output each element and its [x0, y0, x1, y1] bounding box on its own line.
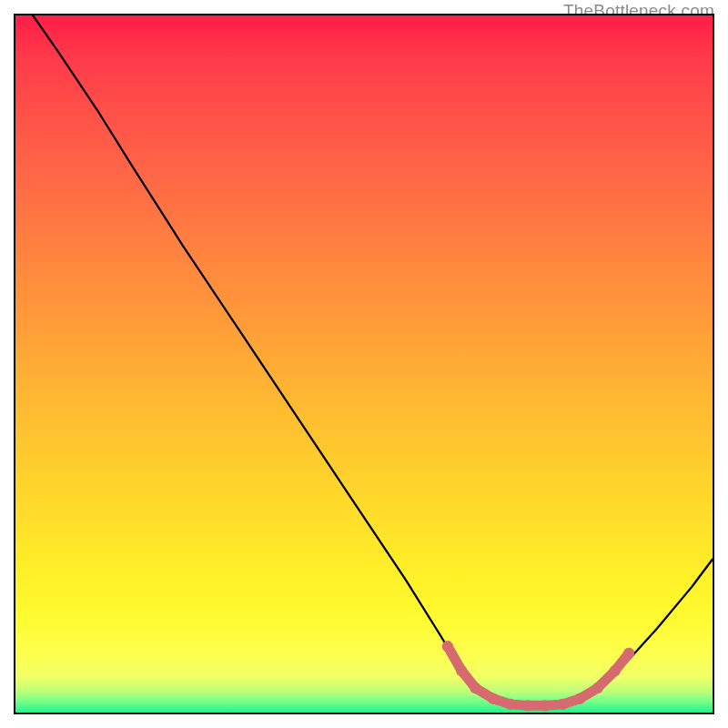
- overlay-dot: [456, 665, 467, 676]
- plot-area: [14, 14, 714, 714]
- overlay-dot: [470, 682, 480, 693]
- overlay-dot: [574, 693, 585, 704]
- overlay-dot: [557, 699, 568, 710]
- chart-frame: TheBottleneck.com: [14, 14, 714, 714]
- curve-layer: [15, 15, 713, 713]
- curve-group: [33, 15, 713, 712]
- main-curve: [33, 15, 713, 705]
- overlay-dot: [505, 699, 516, 710]
- overlay-dot: [592, 682, 602, 693]
- overlay-segment: [448, 646, 629, 705]
- overlay-dot: [522, 700, 533, 711]
- overlay-dot: [488, 693, 499, 704]
- overlay-dot: [610, 665, 621, 676]
- overlay-dot: [442, 641, 453, 652]
- overlay-dot: [623, 648, 634, 659]
- overlay-dot: [540, 700, 551, 711]
